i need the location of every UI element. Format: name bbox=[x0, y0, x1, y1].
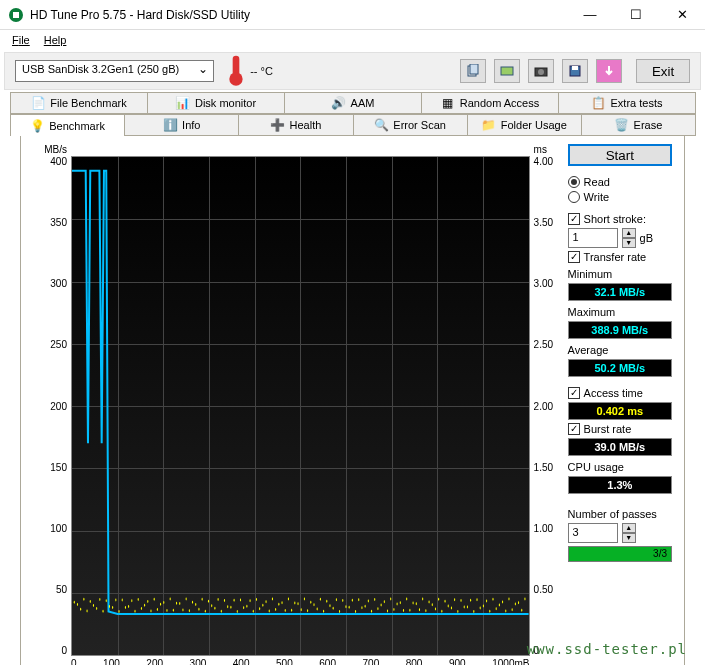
tab-info[interactable]: ℹ️Info bbox=[124, 114, 239, 136]
tab-extra-tests[interactable]: 📋Extra tests bbox=[558, 92, 696, 114]
svg-point-31 bbox=[138, 598, 139, 601]
svg-point-118 bbox=[416, 602, 417, 605]
tabs: 📄File Benchmark 📊Disk monitor 🔊AAM ▦Rand… bbox=[10, 92, 695, 665]
spinner-up[interactable]: ▲ bbox=[622, 523, 636, 533]
svg-point-148 bbox=[512, 608, 513, 611]
svg-point-120 bbox=[422, 598, 423, 601]
svg-point-103 bbox=[368, 599, 369, 602]
svg-point-132 bbox=[460, 599, 461, 602]
svg-point-30 bbox=[134, 610, 135, 613]
svg-point-110 bbox=[390, 598, 391, 601]
svg-point-78 bbox=[288, 597, 289, 600]
svg-point-61 bbox=[234, 599, 235, 602]
drive-select[interactable]: USB SanDisk 3.2Gen1 (250 gB) bbox=[15, 60, 214, 82]
short-stroke-input[interactable]: 1 bbox=[568, 228, 618, 248]
tab-erase[interactable]: 🗑️Erase bbox=[581, 114, 696, 136]
svg-point-42 bbox=[173, 609, 174, 612]
close-button[interactable]: ✕ bbox=[659, 0, 705, 30]
options-button[interactable] bbox=[596, 59, 622, 83]
svg-point-75 bbox=[278, 603, 279, 606]
svg-point-106 bbox=[377, 607, 378, 610]
svg-point-15 bbox=[87, 610, 88, 613]
svg-point-81 bbox=[297, 602, 298, 605]
svg-point-142 bbox=[492, 598, 493, 601]
burst-rate-check[interactable]: ✓Burst rate bbox=[568, 423, 672, 435]
svg-point-44 bbox=[179, 602, 180, 605]
tab-error-scan[interactable]: 🔍Error Scan bbox=[353, 114, 468, 136]
menu-help[interactable]: Help bbox=[38, 32, 73, 48]
info-icon: ℹ️ bbox=[163, 118, 177, 132]
radio-icon bbox=[568, 191, 580, 203]
svg-point-133 bbox=[464, 605, 465, 608]
svg-point-29 bbox=[131, 599, 132, 602]
svg-point-73 bbox=[272, 598, 273, 601]
svg-point-105 bbox=[374, 598, 375, 601]
svg-point-122 bbox=[429, 601, 430, 604]
svg-point-131 bbox=[457, 610, 458, 613]
tab-health[interactable]: ➕Health bbox=[238, 114, 353, 136]
tab-benchmark[interactable]: 💡Benchmark bbox=[10, 114, 125, 136]
transfer-rate-check[interactable]: ✓Transfer rate bbox=[568, 251, 672, 263]
monitor-icon: 📊 bbox=[176, 96, 190, 110]
short-stroke-check[interactable]: ✓Short stroke: bbox=[568, 213, 672, 225]
bulb-icon: 💡 bbox=[30, 119, 44, 133]
svg-point-50 bbox=[198, 608, 199, 611]
svg-point-52 bbox=[205, 610, 206, 613]
spinner-down[interactable]: ▼ bbox=[622, 533, 636, 543]
svg-point-35 bbox=[150, 610, 151, 613]
svg-point-84 bbox=[307, 609, 308, 612]
svg-point-119 bbox=[419, 608, 420, 611]
tab-aam[interactable]: 🔊AAM bbox=[284, 92, 422, 114]
check-icon: ✓ bbox=[568, 251, 580, 263]
svg-point-12 bbox=[77, 603, 78, 606]
copy-info-button[interactable] bbox=[460, 59, 486, 83]
watermark: www.ssd-tester.pl bbox=[527, 641, 687, 657]
svg-point-107 bbox=[381, 604, 382, 607]
svg-point-121 bbox=[425, 609, 426, 612]
max-label: Maximum bbox=[568, 306, 672, 318]
tab-disk-monitor[interactable]: 📊Disk monitor bbox=[147, 92, 285, 114]
svg-point-86 bbox=[313, 603, 314, 606]
save-button[interactable] bbox=[562, 59, 588, 83]
svg-point-36 bbox=[154, 598, 155, 601]
maximize-button[interactable]: ☐ bbox=[613, 0, 659, 30]
min-value: 32.1 MB/s bbox=[568, 283, 672, 301]
access-time-check[interactable]: ✓Access time bbox=[568, 387, 672, 399]
svg-point-56 bbox=[218, 598, 219, 601]
svg-point-129 bbox=[451, 607, 452, 610]
svg-point-22 bbox=[109, 605, 110, 608]
y-right-unit: ms bbox=[530, 144, 560, 156]
svg-point-24 bbox=[115, 599, 116, 602]
spinner-up[interactable]: ▲ bbox=[622, 228, 636, 238]
svg-point-90 bbox=[326, 600, 327, 603]
tab-folder-usage[interactable]: 📁Folder Usage bbox=[467, 114, 582, 136]
tab-file-benchmark[interactable]: 📄File Benchmark bbox=[10, 92, 148, 114]
copy-screenshot-button[interactable] bbox=[494, 59, 520, 83]
file-icon: 📄 bbox=[31, 96, 45, 110]
svg-rect-10 bbox=[572, 66, 578, 70]
svg-point-45 bbox=[182, 608, 183, 611]
svg-point-57 bbox=[221, 610, 222, 613]
start-button[interactable]: Start bbox=[568, 144, 672, 166]
svg-point-123 bbox=[432, 603, 433, 606]
svg-point-111 bbox=[393, 608, 394, 611]
exit-button[interactable]: Exit bbox=[636, 59, 690, 83]
write-radio[interactable]: Write bbox=[568, 191, 672, 203]
svg-point-13 bbox=[80, 608, 81, 611]
screenshot-button[interactable] bbox=[528, 59, 554, 83]
svg-point-109 bbox=[387, 609, 388, 612]
spinner-down[interactable]: ▼ bbox=[622, 238, 636, 248]
health-icon: ➕ bbox=[271, 118, 285, 132]
menubar: File Help bbox=[0, 30, 705, 50]
menu-file[interactable]: File bbox=[6, 32, 36, 48]
svg-point-48 bbox=[192, 601, 193, 604]
access-time-scatter bbox=[72, 157, 529, 655]
passes-input[interactable]: 3 bbox=[568, 523, 618, 543]
svg-point-43 bbox=[176, 602, 177, 605]
minimize-button[interactable]: — bbox=[567, 0, 613, 30]
svg-point-28 bbox=[128, 605, 129, 608]
extra-icon: 📋 bbox=[592, 96, 606, 110]
svg-point-18 bbox=[96, 607, 97, 610]
tab-random-access[interactable]: ▦Random Access bbox=[421, 92, 559, 114]
read-radio[interactable]: Read bbox=[568, 176, 672, 188]
